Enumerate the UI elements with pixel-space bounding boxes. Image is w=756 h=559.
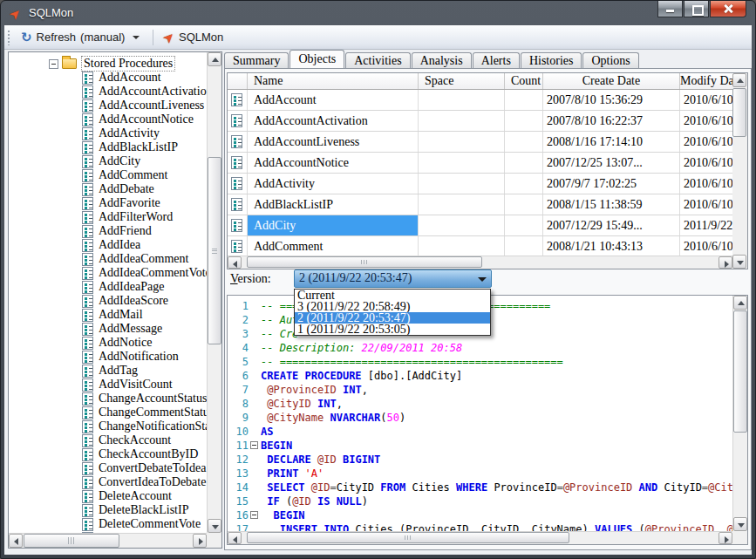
dropdown-option[interactable]: 3 (2011/9/22 20:58:49) (295, 301, 490, 312)
tab-histories[interactable]: Histories (521, 52, 582, 68)
tree-item[interactable]: AddMail (9, 308, 207, 322)
tree-vscroll-thumb[interactable] (208, 157, 221, 344)
table-row[interactable]: AddAccountActivation2007/8/10 16:22:3720… (228, 111, 732, 132)
editor-horizontal-scrollbar[interactable] (228, 531, 732, 544)
dropdown-option[interactable]: 2 (2011/9/22 20:53:47) (295, 312, 490, 324)
tree-item[interactable]: AddActivity (9, 126, 207, 140)
toolbar-grip[interactable] (7, 30, 11, 45)
grid-vertical-scrollbar[interactable] (732, 73, 747, 269)
scroll-right-icon[interactable] (193, 534, 207, 548)
table-row[interactable]: AddCity2007/12/29 15:49...2011/9/22 2 (228, 215, 732, 236)
table-row[interactable]: AddAccountNotice2007/12/25 13:07...2010/… (228, 153, 732, 174)
code-line: 15 IF (@ID IS NULL) (228, 494, 732, 508)
tree-item[interactable]: AddAccountLiveness (9, 99, 207, 112)
collapse-expander-icon[interactable] (49, 59, 58, 69)
column-header[interactable]: Modify Date (680, 73, 734, 89)
table-row[interactable]: AddActivity2007/9/7 17:02:252010/6/10 1 (228, 174, 732, 194)
tree-item[interactable]: DeleteBlackListIP (9, 503, 207, 517)
tree-item[interactable]: ConvertIdeaToDebate (9, 475, 207, 489)
tree-item[interactable]: AddAccount (9, 71, 207, 85)
line-number: 15 (228, 494, 249, 508)
version-combobox[interactable]: 2 (2011/9/22 20:53:47) (294, 269, 492, 288)
column-header[interactable] (228, 73, 248, 89)
tab-summary[interactable]: Summary (224, 52, 289, 68)
tree-item[interactable]: AddCity (9, 154, 207, 168)
grid-vscroll-thumb[interactable] (732, 88, 746, 137)
table-row[interactable]: AddBlackListIP2008/1/15 11:38:592010/6/1… (228, 194, 732, 215)
scroll-up-icon[interactable] (732, 73, 746, 87)
tree-item[interactable]: AddComment (9, 168, 207, 182)
tree-item[interactable]: AddFriend (9, 224, 207, 238)
scroll-down-icon[interactable] (208, 519, 221, 533)
scroll-up-icon[interactable] (733, 296, 747, 310)
tree-item[interactable]: AddVisitCount (9, 378, 207, 392)
column-header[interactable]: Name (248, 73, 419, 89)
grid-hscroll-thumb[interactable] (247, 256, 482, 268)
close-button[interactable] (710, 1, 746, 17)
tree-item[interactable]: AddDebate (9, 182, 207, 196)
tree-item[interactable]: AddBlackListIP (9, 140, 207, 154)
tree-item[interactable]: AddFavorite (9, 196, 207, 210)
tree-item[interactable]: AddIdea (9, 238, 207, 252)
tree-item[interactable]: AddAccountNotice (9, 112, 207, 126)
scroll-down-icon[interactable] (732, 255, 746, 269)
tree-item[interactable]: AddAccountActivation (9, 85, 207, 99)
table-row[interactable]: AddComment2008/1/21 10:43:132010/6/10 1 (228, 236, 732, 256)
tree-item[interactable]: ChangeCommentStatus (9, 406, 207, 419)
tree-item[interactable]: DeleteCommentVote (9, 517, 207, 531)
scroll-up-icon[interactable] (208, 52, 221, 66)
tab-objects[interactable]: Objects (289, 50, 344, 68)
tree-horizontal-scrollbar[interactable] (9, 533, 207, 548)
tree-vertical-scrollbar[interactable] (207, 52, 221, 533)
grid-horizontal-scrollbar[interactable] (228, 256, 732, 269)
editor-vertical-scrollbar[interactable] (732, 296, 747, 531)
scroll-left-icon[interactable] (228, 256, 242, 269)
tree-root[interactable]: Stored Procedures (9, 57, 207, 71)
tree-item[interactable]: AddIdeaComment (9, 252, 207, 266)
column-header[interactable]: Count (505, 73, 543, 89)
table-row[interactable]: AddAccountLiveness2008/1/16 17:14:102010… (228, 132, 732, 153)
column-header[interactable]: Space (419, 73, 505, 89)
chevron-down-icon[interactable] (475, 270, 489, 287)
tree-item[interactable]: AddIdeaPage (9, 280, 207, 294)
tab-analysis[interactable]: Analysis (412, 52, 472, 68)
tree-item[interactable]: AddIdeaScore (9, 294, 207, 308)
tree-item[interactable]: AddTag (9, 364, 207, 378)
tree-item[interactable]: CheckAccountByID (9, 447, 207, 461)
editor-hscroll-thumb[interactable] (247, 532, 569, 543)
minimize-button[interactable] (657, 1, 683, 17)
collapse-expander-icon[interactable] (250, 511, 258, 519)
tab-activities[interactable]: Activities (345, 52, 410, 68)
refresh-button[interactable]: ↻ Refresh (manual) (16, 28, 148, 46)
tree-hscroll-thumb[interactable] (24, 534, 119, 548)
tree-item[interactable]: AddMessage (9, 322, 207, 336)
column-header[interactable]: Create Date (543, 73, 680, 89)
tree-item[interactable]: AddNotice (9, 336, 207, 350)
refresh-dropdown-icon[interactable] (133, 36, 140, 39)
tree-view[interactable]: Stored Procedures AddAccountAddAccountAc… (9, 52, 207, 533)
tree-item[interactable]: ChangeAccountStatus (9, 392, 207, 406)
tree-item[interactable]: ChangeNotificationStatus (9, 419, 207, 433)
tree-item[interactable]: ConvertDebateToIdea (9, 461, 207, 475)
maximize-button[interactable] (684, 1, 709, 17)
dropdown-option[interactable]: 1 (2011/9/22 20:53:05) (295, 324, 490, 335)
scroll-right-icon[interactable] (719, 532, 732, 544)
table-row[interactable]: AddAccount2007/8/10 15:36:292010/6/10 1 (228, 90, 732, 111)
scroll-left-icon[interactable] (228, 532, 242, 544)
tree-item[interactable]: AddFilterWord (9, 210, 207, 224)
tree-item[interactable]: CheckAccount (9, 433, 207, 447)
scroll-right-icon[interactable] (719, 256, 732, 269)
tree-item[interactable]: AddNotification (9, 350, 207, 364)
sqlmon-button[interactable]: ➤ SQLMon (158, 28, 228, 47)
tree-item[interactable]: DeleteAccount (9, 489, 207, 503)
collapse-expander-icon[interactable] (250, 441, 258, 449)
editor-vscroll-thumb[interactable] (733, 310, 747, 433)
tab-options[interactable]: Options (582, 52, 638, 68)
tab-alerts[interactable]: Alerts (473, 52, 520, 68)
cell-name: AddAccountNotice (248, 153, 419, 173)
scroll-down-icon[interactable] (733, 517, 747, 531)
code-text: IF (@ID IS NULL) (261, 494, 368, 508)
dropdown-option[interactable]: Current (295, 290, 490, 301)
tree-item[interactable]: AddIdeaCommentVote (9, 266, 207, 280)
scroll-left-icon[interactable] (9, 534, 23, 548)
